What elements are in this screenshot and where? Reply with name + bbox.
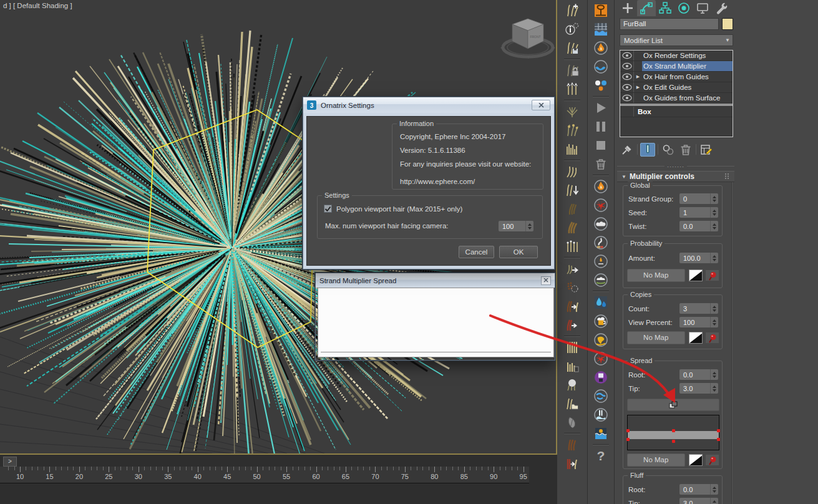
- spread-root-spinner[interactable]: 0.0: [679, 369, 718, 380]
- map-remove-button[interactable]: [705, 454, 719, 466]
- weeds-icon[interactable]: [563, 102, 582, 121]
- map-preview-swatch[interactable]: [689, 269, 703, 281]
- grass-arrow-icon[interactable]: [563, 259, 582, 278]
- fx-candle-icon[interactable]: [592, 252, 610, 271]
- viewcube[interactable]: FRONT: [499, 10, 557, 65]
- spread-diagram-button[interactable]: [627, 399, 719, 411]
- leaf-gray-icon[interactable]: [563, 413, 582, 432]
- viewport-shading-label[interactable]: d ] [ Default Shading ]: [3, 2, 72, 9]
- eye-toggle-icon[interactable]: [620, 61, 634, 71]
- spread-tip-spinner[interactable]: 3.0: [679, 383, 718, 394]
- modifier-stack-item[interactable]: Ox Render Settings: [620, 51, 733, 61]
- spinner-arrows[interactable]: [710, 221, 718, 231]
- fx-smoke-icon[interactable]: [592, 215, 610, 233]
- braid-fill-icon[interactable]: [563, 218, 582, 237]
- tab-motion[interactable]: [674, 0, 693, 16]
- map-preview-swatch[interactable]: [689, 454, 703, 466]
- tab-utilities[interactable]: [712, 0, 731, 16]
- dialog-titlebar[interactable]: 3 Ornatrix Settings: [303, 97, 554, 113]
- expand-arrow-icon[interactable]: ▶: [634, 74, 642, 79]
- spread-curve-canvas[interactable]: [318, 288, 554, 357]
- braid-arrow-icon[interactable]: [563, 297, 582, 316]
- modifier-stack-item[interactable]: Ox Guides from Surface: [620, 93, 733, 104]
- probability-map-button[interactable]: No Map: [627, 269, 685, 282]
- hair-folder-icon[interactable]: [563, 394, 582, 413]
- spread-map-button[interactable]: No Map: [627, 453, 685, 467]
- strand-group-spinner[interactable]: 0: [679, 193, 718, 204]
- map-preview-swatch[interactable]: [689, 332, 703, 344]
- spinner-arrows[interactable]: [710, 369, 718, 380]
- spinner-arrows[interactable]: [710, 498, 718, 504]
- trash-icon[interactable]: [592, 155, 610, 173]
- braid-red-icon[interactable]: [563, 316, 582, 334]
- fx-waterfall-icon[interactable]: [592, 405, 610, 424]
- spinner-arrows[interactable]: [710, 303, 718, 314]
- fx-disk-icon[interactable]: [592, 368, 610, 387]
- bars-tall-icon[interactable]: [563, 338, 582, 357]
- spinner-arrows[interactable]: [710, 253, 718, 263]
- fx-tree-icon[interactable]: [592, 1, 610, 20]
- fx-swirl-icon[interactable]: [592, 387, 610, 405]
- spinner-arrows[interactable]: [710, 193, 718, 204]
- tab-create[interactable]: [618, 0, 637, 16]
- modifier-stack-item[interactable]: ▶Ox Edit Guides: [620, 82, 733, 93]
- spinner-arrows[interactable]: [710, 317, 718, 327]
- strand-pins-icon[interactable]: [563, 237, 582, 256]
- fx-burst-icon[interactable]: [592, 196, 610, 215]
- eye-toggle-icon[interactable]: [620, 72, 634, 82]
- eye-toggle-icon[interactable]: [620, 51, 634, 61]
- spinner-arrows[interactable]: [525, 221, 533, 231]
- timeline-ruler[interactable]: 101520253035404550556065707580859095: [0, 467, 529, 483]
- modifier-list-dropdown[interactable]: Modifier List ▼: [620, 34, 733, 46]
- fx-water-icon[interactable]: [592, 57, 610, 76]
- pause-icon[interactable]: [592, 117, 610, 136]
- modifier-stack-item[interactable]: ▶Ox Hair from Guides: [620, 72, 733, 82]
- fx-beer-icon[interactable]: [592, 312, 610, 331]
- amount-spinner[interactable]: 100.0: [679, 253, 718, 263]
- tab-modify[interactable]: [637, 0, 656, 16]
- hair-add-icon[interactable]: [563, 1, 582, 20]
- hair-guides-icon[interactable]: [563, 80, 582, 99]
- fx-smoke2-icon[interactable]: [592, 233, 610, 252]
- copies-map-button[interactable]: No Map: [627, 331, 685, 344]
- tab-hierarchy[interactable]: [656, 0, 674, 16]
- cancel-button[interactable]: Cancel: [459, 246, 494, 258]
- help-icon[interactable]: ?: [592, 447, 610, 465]
- ok-button[interactable]: OK: [499, 246, 538, 258]
- hair-info-icon[interactable]: [563, 20, 582, 39]
- grass-wave-icon[interactable]: [563, 162, 582, 181]
- polygon-hair-checkbox[interactable]: [324, 205, 332, 213]
- play-icon[interactable]: [592, 99, 610, 117]
- configure-modifier-sets-button[interactable]: [699, 143, 714, 157]
- show-end-result-button[interactable]: [640, 143, 655, 157]
- bars-note-icon[interactable]: [563, 357, 582, 376]
- ball-hair-icon[interactable]: [563, 376, 582, 394]
- pin-stack-button[interactable]: [620, 143, 635, 157]
- object-color-swatch[interactable]: [722, 18, 733, 30]
- view-percent-spinner[interactable]: 100: [679, 317, 718, 327]
- fx-fire2-icon[interactable]: [592, 177, 610, 196]
- flower-icon[interactable]: [563, 121, 582, 140]
- make-unique-button[interactable]: [661, 143, 676, 157]
- fx-cloudfield-icon[interactable]: [592, 271, 610, 289]
- eye-toggle-icon[interactable]: [620, 93, 634, 103]
- close-icon[interactable]: [541, 276, 551, 285]
- eye-toggle-icon[interactable]: [620, 82, 634, 92]
- fx-drops-icon[interactable]: [592, 293, 610, 312]
- fx-fire-icon[interactable]: [592, 39, 610, 57]
- mini-listener-button[interactable]: >: [3, 457, 17, 467]
- fluff-tip-spinner[interactable]: 3.0: [679, 498, 718, 504]
- count-spinner[interactable]: 3: [679, 303, 718, 314]
- spinner-arrows[interactable]: [710, 484, 718, 495]
- fx-dots-icon[interactable]: [592, 76, 610, 95]
- seed-spinner[interactable]: 1: [679, 207, 718, 218]
- twist-spinner[interactable]: 0.0: [679, 221, 718, 231]
- hair-lock-icon[interactable]: [563, 61, 582, 80]
- fx-grid-icon[interactable]: [592, 20, 610, 39]
- modifier-stack-item[interactable]: Box: [620, 107, 733, 117]
- braid-brown-icon[interactable]: [563, 435, 582, 454]
- remove-modifier-button[interactable]: [678, 143, 693, 157]
- braid-dark-icon[interactable]: [563, 200, 582, 218]
- map-remove-button[interactable]: [705, 332, 719, 344]
- spread-curve-editor[interactable]: [627, 415, 719, 450]
